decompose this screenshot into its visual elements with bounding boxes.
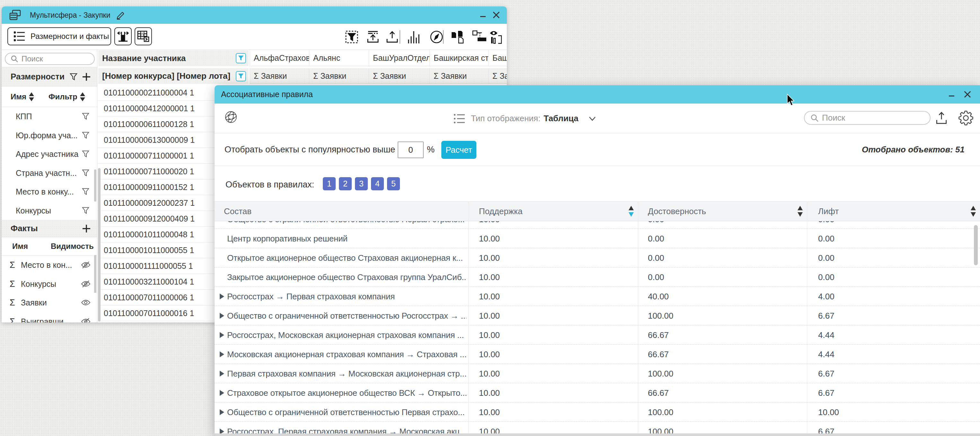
rule-row[interactable]: Страховое открытое акционерное общество … — [215, 383, 980, 402]
popularity-threshold-input[interactable]: 0 — [398, 142, 424, 158]
participant-column-header[interactable]: БашУралОтделе — [369, 50, 430, 66]
globe-icon[interactable] — [224, 110, 238, 124]
column-header-confidence[interactable]: Достоверность — [638, 201, 807, 221]
edit-title-icon[interactable] — [116, 11, 125, 20]
dialog-toolbar: Тип отображения: Таблица Поиск — [215, 104, 980, 133]
rule-support: 10.00 — [479, 291, 500, 301]
copy-documents-icon[interactable] — [451, 30, 465, 44]
sidebar-fact-item[interactable]: ΣМесто в кон... — [2, 256, 97, 275]
measure-column-header[interactable]: Σ Заявки — [250, 68, 309, 84]
rule-row[interactable]: Росгосстрах → Первая страховая компания1… — [215, 287, 980, 306]
minimize-button[interactable] — [480, 16, 486, 17]
dimension-filter-icon[interactable] — [82, 113, 89, 120]
rule-row[interactable]: Московская акционерная страховая компани… — [215, 345, 980, 364]
sidebar-search-input[interactable]: Поиск — [5, 53, 95, 65]
expand-arrow-icon[interactable] — [220, 294, 224, 299]
display-type-label: Тип отображения: — [471, 113, 540, 123]
sidebar-fact-item[interactable]: ΣВыигравши... — [2, 312, 97, 323]
rule-row[interactable]: Открытое акционерное общество Страховая … — [215, 248, 980, 268]
dimensions-filter-icon[interactable] — [70, 73, 77, 81]
dialog-search-input[interactable]: Поиск — [804, 111, 931, 125]
measure-column-header[interactable]: Σ Заявки — [488, 68, 507, 84]
import-icon[interactable] — [366, 30, 379, 43]
sidebar-dimension-item[interactable]: Адрес участника — [2, 145, 97, 164]
export-icon[interactable] — [386, 30, 399, 43]
measure-column-header[interactable]: Σ Заявки — [369, 68, 430, 84]
measure-column-header[interactable]: Σ Заявки — [309, 68, 369, 84]
participant-column-header[interactable]: Альянс — [309, 50, 369, 66]
fact-visibility-toggle[interactable] — [81, 261, 91, 269]
dimension-filter-icon[interactable] — [82, 188, 89, 195]
expand-arrow-icon[interactable] — [220, 351, 224, 357]
dialog-minimize-button[interactable] — [949, 96, 954, 96]
rule-confidence: 66.67 — [648, 388, 669, 398]
fact-visibility-toggle[interactable] — [81, 299, 91, 306]
hierarchy-icon[interactable] — [472, 30, 486, 44]
rule-row[interactable]: Общество с ограниченной ответственностью… — [215, 221, 980, 229]
add-fact-button[interactable] — [82, 224, 91, 233]
column-header-lift[interactable]: Лифт — [807, 201, 980, 221]
display-type-control[interactable]: Тип отображения: Таблица — [453, 104, 597, 133]
participant-column-header[interactable]: Башк — [488, 50, 507, 66]
sidebar-dimension-item[interactable]: Страна участн... — [2, 164, 97, 183]
column-header-composition[interactable]: Состав — [215, 201, 468, 221]
dimensions-scrollbar[interactable] — [94, 169, 96, 201]
dimension-filter-icon[interactable] — [82, 150, 89, 158]
rule-size-button[interactable]: 1 — [323, 177, 336, 190]
filter-selection-icon[interactable] — [345, 30, 358, 43]
pivot-scrollbar[interactable] — [98, 168, 100, 321]
settings-gear-icon[interactable] — [958, 110, 973, 125]
dialog-horizontal-scrollbar[interactable] — [215, 433, 980, 436]
participant-column-header[interactable]: Башкирская стр — [430, 50, 488, 66]
expand-arrow-icon[interactable] — [220, 390, 224, 396]
sidebar-dimension-item[interactable]: КПП — [2, 107, 97, 126]
expand-arrow-icon[interactable] — [220, 371, 224, 377]
close-button[interactable] — [493, 11, 500, 19]
dimension-filter-icon[interactable] — [82, 131, 89, 139]
dimensions-filter-column[interactable]: Фильтр — [48, 92, 86, 102]
rule-size-button[interactable]: 4 — [371, 177, 384, 190]
rule-size-button[interactable]: 2 — [339, 177, 352, 190]
participant-filter-button[interactable] — [236, 53, 246, 63]
calculate-button[interactable]: Расчет — [441, 141, 476, 159]
dialog-scrollbar[interactable] — [974, 225, 978, 265]
eye-table-icon[interactable] — [489, 30, 503, 44]
rule-size-button[interactable]: 3 — [355, 177, 368, 190]
fact-visibility-toggle[interactable] — [81, 280, 91, 288]
expand-arrow-icon[interactable] — [220, 429, 224, 434]
rule-size-button[interactable]: 5 — [387, 177, 400, 190]
facts-scrollbar[interactable] — [94, 255, 96, 293]
rule-row[interactable]: Первая страховая компания → Московская а… — [215, 364, 980, 383]
sidebar-dimension-item[interactable]: Юр.форма уча... — [2, 126, 97, 145]
dialog-titlebar[interactable]: Ассоциативные правила — [215, 85, 980, 104]
lot-filter-button[interactable] — [236, 71, 246, 81]
sidebar-fact-item[interactable]: ΣЗаявки — [2, 293, 97, 312]
rule-row[interactable]: Росгосстрах, Московская акционерная стра… — [215, 326, 980, 345]
chart-icon[interactable] — [407, 30, 421, 43]
dimensions-name-column[interactable]: Имя — [11, 92, 34, 102]
row-header-title[interactable]: Название участника — [98, 50, 248, 66]
sidebar-dimension-item[interactable]: Конкурсы — [2, 201, 97, 220]
compass-icon[interactable] — [430, 30, 443, 44]
dialog-export-icon[interactable] — [935, 111, 948, 125]
row-subheader-title[interactable]: [Номер конкурса] [Номер лота] — [98, 68, 248, 84]
sidebar-dimension-item[interactable]: Место в конку... — [2, 182, 97, 201]
rule-row[interactable]: Росгосстрах, Первая страховая компания →… — [215, 422, 980, 433]
dimension-filter-icon[interactable] — [82, 169, 89, 177]
column-header-support[interactable]: Поддержка — [468, 201, 638, 221]
expand-arrow-icon[interactable] — [220, 313, 224, 319]
dimension-filter-icon[interactable] — [82, 207, 89, 214]
rule-row[interactable]: Общество с ограниченной ответственностью… — [215, 402, 980, 422]
fact-visibility-toggle[interactable] — [81, 318, 91, 323]
rule-row[interactable]: Центр корпоративных решений10.000.000.00 — [215, 229, 980, 248]
main-titlebar[interactable]: Мультисфера - Закупки — [2, 6, 507, 24]
rule-row[interactable]: Общество с ограниченной ответственностью… — [215, 306, 980, 326]
rule-row[interactable]: Закрытое акционерное общество Страховая … — [215, 268, 980, 287]
expand-arrow-icon[interactable] — [220, 409, 224, 415]
expand-arrow-icon[interactable] — [220, 332, 224, 338]
add-dimension-button[interactable] — [82, 73, 91, 81]
dialog-close-button[interactable] — [964, 91, 971, 98]
measure-column-header[interactable]: Σ Заявки — [430, 68, 488, 84]
sidebar-fact-item[interactable]: ΣКонкурсы — [2, 275, 97, 294]
participant-column-header[interactable]: АльфаСтрахован — [250, 50, 309, 66]
